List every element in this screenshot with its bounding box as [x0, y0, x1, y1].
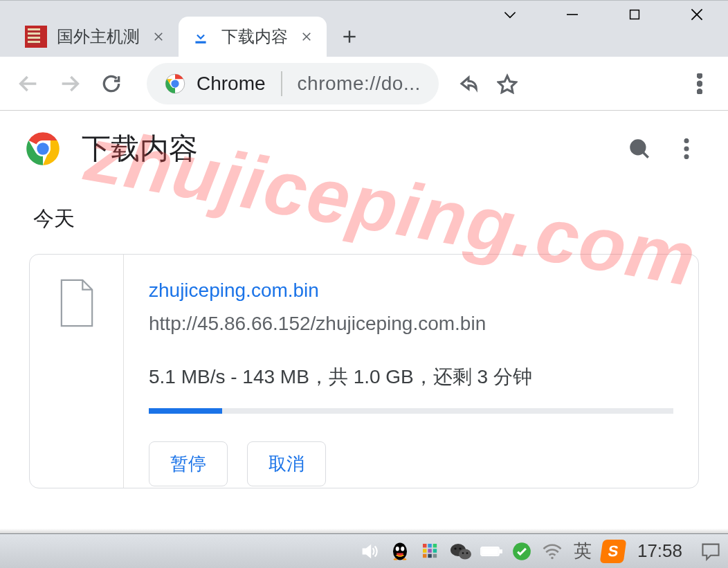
favicon-site-icon	[25, 26, 47, 48]
address-bar[interactable]: Chrome chrome://do...	[147, 63, 439, 104]
svg-point-25	[684, 147, 689, 151]
svg-rect-38	[433, 553, 437, 558]
reload-button[interactable]	[93, 65, 130, 102]
forward-button[interactable]	[51, 65, 89, 102]
svg-line-23	[643, 152, 648, 158]
check-circle-icon[interactable]	[509, 538, 535, 565]
svg-point-24	[684, 138, 689, 143]
action-center-icon[interactable]	[698, 538, 724, 565]
ime-indicator[interactable]: 英	[570, 538, 596, 565]
omnibox-url: chrome://do...	[298, 73, 421, 95]
sogou-ime-icon[interactable]: S	[600, 538, 626, 565]
svg-rect-6	[195, 42, 206, 44]
wifi-icon[interactable]	[539, 538, 565, 565]
svg-rect-32	[433, 544, 437, 548]
tab-title: 下载内容	[221, 26, 288, 48]
tab-inactive[interactable]: 国外主机测	[14, 17, 179, 57]
svg-rect-34	[428, 549, 432, 553]
svg-point-18	[698, 89, 702, 93]
app-grid-icon[interactable]	[417, 538, 444, 565]
section-today-label: 今天	[0, 187, 728, 254]
svg-point-41	[454, 547, 456, 549]
browser-toolbar: Chrome chrome://do...	[0, 57, 728, 111]
svg-rect-36	[423, 553, 427, 558]
tab-close-button[interactable]	[298, 28, 316, 46]
svg-marker-15	[498, 75, 516, 92]
svg-rect-30	[423, 544, 427, 548]
omnibox-scheme-label: Chrome	[197, 73, 266, 95]
download-filename-link[interactable]: zhujiceping.com.bin	[149, 280, 319, 302]
tab-title: 国外主机测	[57, 26, 140, 48]
file-icon	[57, 278, 97, 488]
downloads-page: 下载内容 今天 zhujiceping.com.bin http://45.86…	[0, 111, 728, 488]
page-title: 下载内容	[82, 129, 609, 168]
window-controls	[479, 0, 728, 29]
taskbar-clock[interactable]: 17:58	[637, 540, 682, 562]
window-close-button[interactable]	[666, 0, 728, 29]
download-source-url: http://45.86.66.152/zhujiceping.com.bin	[149, 313, 673, 335]
window-maximize-button[interactable]	[603, 0, 666, 29]
svg-point-17	[698, 82, 702, 86]
download-item: zhujiceping.com.bin http://45.86.66.152/…	[29, 254, 699, 488]
download-icon	[190, 26, 212, 48]
svg-point-16	[698, 73, 702, 77]
download-file-thumb	[30, 255, 124, 488]
window-minimize-button[interactable]	[541, 0, 603, 29]
pause-button[interactable]: 暂停	[149, 441, 228, 486]
wechat-icon[interactable]	[448, 538, 474, 565]
search-downloads-button[interactable]	[623, 132, 656, 165]
svg-rect-47	[482, 549, 498, 554]
svg-rect-37	[428, 553, 432, 558]
page-header: 下载内容	[0, 111, 728, 187]
new-tab-button[interactable]	[332, 19, 367, 54]
svg-rect-33	[423, 549, 427, 553]
download-progress-bar	[149, 408, 673, 414]
back-button[interactable]	[10, 65, 47, 102]
svg-point-40	[459, 549, 471, 559]
tab-active-downloads[interactable]: 下载内容	[179, 17, 327, 57]
svg-rect-35	[433, 549, 437, 553]
svg-point-28	[396, 547, 399, 551]
svg-point-43	[462, 552, 464, 554]
tab-close-button[interactable]	[149, 28, 167, 46]
share-button[interactable]	[450, 65, 487, 102]
svg-point-42	[459, 547, 461, 549]
svg-point-14	[171, 80, 179, 87]
bookmark-button[interactable]	[489, 65, 526, 102]
windows-taskbar: 英 S 17:58	[0, 533, 728, 568]
download-status-text: 5.1 MB/s - 143 MB，共 1.0 GB，还剩 3 分钟	[149, 364, 673, 390]
svg-point-29	[401, 547, 404, 551]
downloads-menu-button[interactable]	[670, 132, 703, 165]
svg-rect-46	[500, 550, 502, 553]
browser-menu-button[interactable]	[681, 65, 718, 102]
download-progress-fill	[149, 408, 222, 414]
cancel-button[interactable]: 取消	[247, 441, 326, 486]
window-dropdown-button[interactable]	[479, 0, 541, 29]
svg-point-26	[684, 155, 689, 159]
qq-icon[interactable]	[387, 538, 413, 565]
svg-rect-1	[630, 10, 639, 19]
volume-icon[interactable]	[356, 538, 383, 565]
battery-icon[interactable]	[478, 538, 504, 565]
svg-point-21	[37, 143, 48, 154]
chrome-icon	[25, 131, 61, 167]
omnibox-separator	[281, 71, 282, 96]
svg-point-44	[466, 552, 468, 554]
svg-point-27	[393, 542, 407, 560]
chrome-icon	[165, 73, 185, 94]
svg-rect-31	[428, 544, 432, 548]
svg-point-49	[551, 556, 554, 559]
svg-point-22	[631, 140, 645, 154]
